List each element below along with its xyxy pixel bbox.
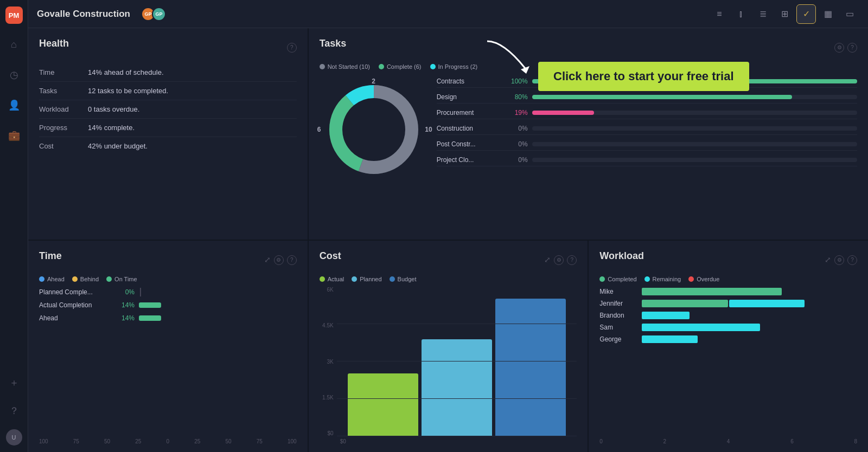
time-legend-ontime: On Time [106,276,137,282]
time-settings-icon[interactable]: ⚙ [274,255,284,265]
tasks-settings-icon[interactable]: ⚙ [834,43,844,53]
time-chart: Planned Comple... 0% Actual Completion 1… [39,288,297,434]
jennifer-completed-bar [642,300,728,307]
task-bar-design: Design 80% [437,91,857,104]
wl-legend-overdue: Overdue [688,276,719,282]
dashboard: Health ? Time 14% ahead of schedule. Tas… [28,28,868,452]
time-info-icon[interactable]: ? [287,255,297,265]
topbar: Govalle Construction GP GP ≡ ⫿ ≣ ⊞ ✓ ▦ ▭ [28,0,868,28]
wl-row-mike: Mike [599,288,857,295]
wl-row-sam: Sam [599,324,857,331]
wl-legend-completed: Completed [599,276,636,282]
page-title: Govalle Construction [37,9,130,20]
workload-info-icon[interactable]: ? [847,255,857,265]
task-bar-construction: Construction 0% [437,122,857,135]
health-panel: Health ? Time 14% ahead of schedule. Tas… [28,28,308,240]
health-rows: Time 14% ahead of schedule. Tasks 12 tas… [39,63,297,155]
sidebar-item-briefcase[interactable]: 💼 [4,126,24,145]
cost-chart-area: 6K 4.5K 3K 1.5K $0 [320,287,577,436]
bar-planned [422,339,492,436]
free-trial-banner[interactable]: Click here to start your free trial [538,62,749,91]
ontime-dot [106,276,112,282]
cost-settings-icon[interactable]: ⚙ [554,255,564,265]
cost-panel-header: Cost ⤢ ⚙ ? [320,250,577,269]
tasks-info-icon[interactable]: ? [847,43,857,53]
cost-bar-group [337,287,577,436]
wl-row-george: George [599,335,857,343]
workload-title: Workload [599,250,644,262]
sidebar-item-help[interactable]: ？ [4,401,24,421]
workload-chart: Mike Jennifer Brandon [599,288,857,436]
cost-title: Cost [320,250,341,262]
time-xaxis: 100 75 50 25 0 25 50 75 100 [39,436,297,444]
task-bar-project-close: Project Clo... 0% [437,154,857,166]
cost-panel: Cost ⤢ ⚙ ? Actual Planned Budg [309,241,588,452]
wl-legend-remaining: Remaining [644,276,681,282]
tasks-donut: 2 10 6 [320,75,428,184]
in-progress-dot [430,64,436,69]
actual-bar-fill [139,302,161,308]
health-row-cost: Cost 42% under budget. [39,137,297,155]
main-content: Govalle Construction GP GP ≡ ⫿ ≣ ⊞ ✓ ▦ ▭… [28,0,868,452]
donut-label-right: 10 [425,126,432,133]
wl-row-brandon: Brandon [599,312,857,319]
cost-expand-icon[interactable]: ⤢ [544,255,551,265]
health-title: Health [39,38,69,49]
brandon-remaining-bar [642,312,689,319]
cost-info-icon[interactable]: ? [567,255,577,265]
workload-settings-icon[interactable]: ⚙ [834,255,844,265]
sidebar-item-home[interactable]: ⌂ [4,35,24,54]
doc-view-button[interactable]: ▭ [840,4,859,24]
cost-xaxis: $0 [320,436,577,444]
legend-complete: Complete (6) [379,63,422,70]
topbar-view-icons: ≡ ⫿ ≣ ⊞ ✓ ▦ ▭ [710,4,859,24]
board-view-button[interactable]: ≣ [753,4,773,24]
mike-completed-bar [642,288,782,295]
table-view-button[interactable]: ⊞ [775,4,794,24]
health-panel-header: Health ? [39,38,297,57]
time-panel: Time ⤢ ⚙ ? Ahead Behind On Tim [28,241,308,452]
sidebar-item-add[interactable]: ＋ [4,373,24,392]
topbar-avatars: GP GP [141,7,166,21]
tasks-bars: Contracts 100% Design 80% [437,75,857,232]
bar-actual [348,373,418,436]
workload-expand-icon[interactable]: ⤢ [825,255,831,265]
sidebar-user-avatar[interactable]: U [6,429,22,445]
time-legend-behind: Behind [72,276,99,282]
sidebar-bottom: ＋ ？ U [4,373,24,445]
health-row-time: Time 14% ahead of schedule. [39,63,297,82]
health-row-progress: Progress 14% complete. [39,119,297,137]
time-panel-header: Time ⤢ ⚙ ? [39,250,297,269]
design-bar-fill [532,95,792,99]
time-row-ahead: Ahead 14% [39,314,297,322]
cost-bars [337,287,577,436]
chart-view-button[interactable]: ✓ [796,4,816,24]
workload-panel-header: Workload ⤢ ⚙ ? [599,250,857,269]
tasks-title: Tasks [320,38,347,49]
cost-legend-planned: Planned [352,276,381,282]
list-view-button[interactable]: ≡ [710,4,729,24]
tasks-content: 2 10 6 Contracts 100% Design 8 [320,75,857,232]
tasks-panel-header: Tasks ⚙ ? [320,38,857,57]
task-bar-post-constr: Post Constr... 0% [437,138,857,151]
time-title: Time [39,250,62,262]
health-row-workload: Workload 0 tasks overdue. [39,100,297,119]
time-expand-icon[interactable]: ⤢ [264,255,271,265]
wl-row-jennifer: Jennifer [599,300,857,307]
workload-xaxis: 0 2 4 6 8 [599,436,857,444]
gantt-view-button[interactable]: ⫿ [731,4,751,24]
time-legend-ahead: Ahead [39,276,65,282]
calendar-view-button[interactable]: ▦ [818,4,838,24]
task-bar-procurement: Procurement 19% [437,107,857,119]
health-info-icon[interactable]: ? [287,43,297,53]
legend-not-started: Not Started (10) [320,63,370,70]
complete-dot [379,64,384,69]
app-logo[interactable]: PM [5,7,23,24]
avatar-green[interactable]: GP [152,7,166,21]
donut-label-top: 2 [372,78,375,85]
sidebar-item-users[interactable]: 👤 [4,95,24,115]
cost-legend: Actual Planned Budget [320,276,577,282]
sidebar-item-clock[interactable]: ◷ [4,65,24,85]
cost-legend-actual: Actual [320,276,344,282]
behind-dot [72,276,78,282]
